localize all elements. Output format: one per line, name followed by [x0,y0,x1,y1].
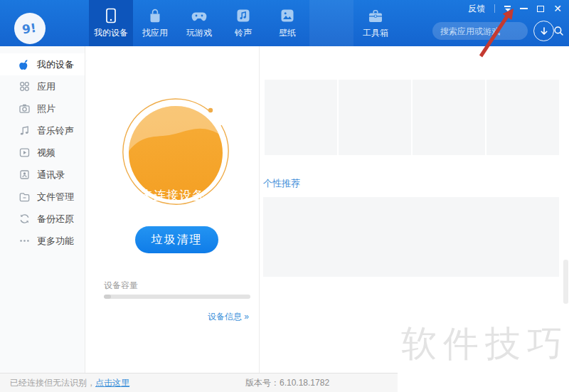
apps-grid-icon [18,80,31,92]
sidebar-item-contacts[interactable]: 通讯录 [0,164,85,186]
sidebar-item-label: 照片 [37,102,55,115]
sidebar-item-label: 更多功能 [37,235,74,248]
version-text: 版本号：6.10.18.1782 [245,377,329,389]
tab-ringtones[interactable]: 铃声 [221,0,265,46]
placeholder-card [339,80,411,155]
video-icon [18,147,31,159]
toolbox-icon [367,7,384,24]
tab-label: 找应用 [142,27,168,39]
sidebar-item-label: 通讯录 [37,169,65,181]
tab-label: 铃声 [235,27,252,39]
search-box [432,22,528,40]
feedback-button[interactable]: 反馈 [468,3,485,15]
placeholder-card [486,80,559,155]
placeholder-card [265,80,337,155]
folder-icon [18,191,31,203]
sidebar-item-label: 文件管理 [37,191,74,203]
window-controls: 反馈 ✕ [468,3,562,14]
sidebar-item-label: 备份还原 [37,213,74,226]
version-label: 版本号： [245,378,280,388]
recommend-title: 个性推荐 [263,177,300,190]
sidebar: 我的设备 应用 照片 [0,46,85,373]
svg-text:9!: 9! [21,21,37,37]
connection-warning-text: 已经连接但无法识别， [10,377,95,389]
scrollbar-thumb[interactable] [563,260,568,304]
click-here-link[interactable]: 点击这里 [95,377,129,389]
placeholder-card-row [265,80,559,155]
sidebar-item-label: 视频 [37,147,55,159]
sidebar-item-files[interactable]: 文件管理 [0,186,85,208]
sidebar-item-label: 音乐铃声 [37,125,74,137]
tab-my-device[interactable]: 我的设备 [89,0,133,46]
device-capacity-label: 设备容量 [104,280,138,292]
sidebar-item-label: 我的设备 [37,58,74,71]
sidebar-item-apps[interactable]: 应用 [0,75,85,97]
apple-icon [18,58,31,70]
download-arrow-icon [539,26,549,36]
divider [494,4,495,13]
sidebar-item-my-device[interactable]: 我的设备 [0,53,85,75]
sidebar-item-photos[interactable]: 照片 [0,97,85,120]
tab-find-apps[interactable]: 找应用 [133,0,177,46]
wallpaper-icon [279,7,296,24]
more-dots-icon [18,235,31,247]
maximize-button[interactable] [537,6,544,12]
search-icon[interactable] [553,26,564,36]
tab-toolbox[interactable]: 工具箱 [353,0,398,46]
sidebar-item-music[interactable]: 音乐铃声 [0,120,85,142]
music-icon [18,125,31,137]
app-logo: 9! [14,13,46,44]
connection-status-text: 未连接设备 [86,187,260,203]
sidebar-item-label: 应用 [37,80,55,93]
ringtone-icon [235,7,252,24]
download-manager-button[interactable] [533,21,554,41]
app-window: 9! 我的设备 找应用 [0,0,569,392]
tab-label: 我的设备 [94,27,128,39]
version-value: 6.10.18.1782 [280,378,329,388]
gamepad-icon [190,7,208,24]
tab-label: 工具箱 [363,27,388,39]
sidebar-item-backup[interactable]: 备份还原 [0,208,85,230]
capacity-progress-fill [104,295,111,299]
backup-icon [18,213,31,225]
device-info-link[interactable]: 设备信息 » [208,311,249,323]
placeholder-banner [263,197,559,277]
status-bar: 已经连接但无法识别， 点击这里 版本号：6.10.18.1782 [0,373,398,392]
tab-play-games[interactable]: 玩游戏 [177,0,221,46]
app-bag-icon [147,7,164,24]
watermark-text: 软件技巧 [401,320,569,368]
device-panel: 未连接设备 垃圾清理 设备容量 设备信息 » [86,46,260,373]
capacity-progress-bar [104,295,250,299]
tab-label: 壁纸 [279,27,296,39]
contacts-icon [18,169,31,181]
placeholder-card [413,80,485,155]
camera-icon [18,102,31,115]
clean-junk-button[interactable]: 垃圾清理 [135,226,218,253]
device-phone-icon [102,7,119,24]
tab-wallpapers[interactable]: 壁纸 [265,0,309,46]
main-menu-icon[interactable] [504,6,511,11]
tab-label: 玩游戏 [186,27,212,39]
sidebar-item-videos[interactable]: 视频 [0,142,85,164]
butterfly-logo-icon: 9! [19,18,41,39]
sidebar-item-more[interactable]: 更多功能 [0,230,85,252]
minimize-button[interactable] [520,8,528,9]
connection-status-circle: 未连接设备 [113,89,238,214]
main-nav-tabs: 我的设备 找应用 玩游戏 [89,0,398,46]
top-toolbar: 9! 我的设备 找应用 [0,0,569,46]
close-button[interactable]: ✕ [553,4,562,14]
empty-tab-slot [309,0,353,46]
